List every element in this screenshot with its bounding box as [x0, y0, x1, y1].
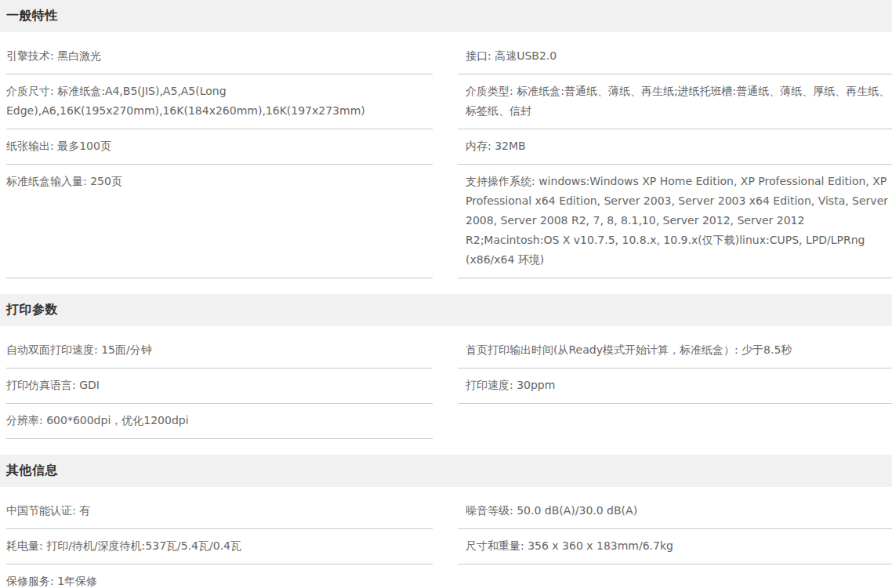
section-body: 引擎技术: 黑白激光 接口: 高速USB2.0 介质尺寸: 标准纸盒:A4,B5… [0, 32, 892, 278]
section-header: 一般特性 [0, 0, 892, 32]
spec-section: 一般特性 引擎技术: 黑白激光 接口: 高速USB2.0 介质尺寸: 标准纸盒:… [0, 0, 892, 278]
spec-item: 接口: 高速USB2.0 [458, 39, 892, 74]
section-header: 其他信息 [0, 455, 892, 487]
spec-item-empty [458, 564, 892, 588]
section-title: 一般特性 [6, 8, 58, 24]
spec-item: 尺寸和重量: 356 x 360 x 183mm/6.7kg [458, 529, 892, 564]
spec-item: 中国节能认证: 有 [6, 494, 433, 529]
spec-section: 打印参数 自动双面打印速度: 15面/分钟 首页打印输出时间(从Ready模式开… [0, 294, 892, 439]
spec-item: 介质类型: 标准纸盒:普通纸、薄纸、再生纸;进纸托班槽:普通纸、薄纸、厚纸、再生… [458, 74, 892, 129]
spec-item: 噪音等级: 50.0 dB(A)/30.0 dB(A) [458, 494, 892, 529]
section-body: 中国节能认证: 有 噪音等级: 50.0 dB(A)/30.0 dB(A) 耗电… [0, 487, 892, 588]
spec-item: 引擎技术: 黑白激光 [6, 39, 433, 74]
spec-item: 分辨率: 600*600dpi，优化1200dpi [6, 404, 433, 439]
spec-item: 内存: 32MB [458, 129, 892, 165]
spec-item: 标准纸盒输入量: 250页 [6, 165, 433, 278]
spec-item: 首页打印输出时间(从Ready模式开始计算，标准纸盒）: 少于8.5秒 [458, 333, 892, 368]
spec-item: 保修服务: 1年保修 [6, 564, 433, 588]
spec-item: 支持操作系统: windows:Windows XP Home Edition,… [458, 165, 892, 278]
spec-item: 耗电量: 打印/待机/深度待机:537瓦/5.4瓦/0.4瓦 [6, 529, 433, 564]
spec-item: 介质尺寸: 标准纸盒:A4,B5(JIS),A5,A5(Long Edge),A… [6, 74, 433, 129]
spec-item-empty [458, 404, 892, 439]
section-title: 其他信息 [6, 463, 58, 479]
spec-section: 其他信息 中国节能认证: 有 噪音等级: 50.0 dB(A)/30.0 dB(… [0, 455, 892, 588]
printer-spec-page: 一般特性 引擎技术: 黑白激光 接口: 高速USB2.0 介质尺寸: 标准纸盒:… [0, 0, 892, 588]
section-body: 自动双面打印速度: 15面/分钟 首页打印输出时间(从Ready模式开始计算，标… [0, 326, 892, 439]
spec-item: 纸张输出: 最多100页 [6, 129, 433, 165]
spec-item: 打印速度: 30ppm [458, 368, 892, 404]
section-title: 打印参数 [6, 302, 58, 318]
spec-item: 自动双面打印速度: 15面/分钟 [6, 333, 433, 368]
spec-item: 打印仿真语言: GDI [6, 368, 433, 404]
section-header: 打印参数 [0, 294, 892, 326]
